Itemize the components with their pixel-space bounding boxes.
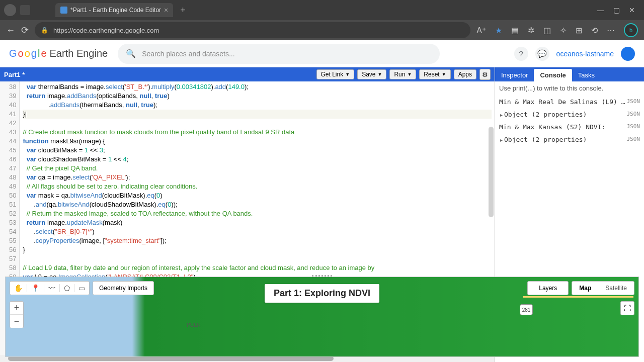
- browser-tab[interactable]: *Part1 - Earth Engine Code Editor ×: [55, 3, 173, 17]
- shopping-icon[interactable]: ▤: [511, 26, 519, 35]
- reset-button[interactable]: Reset▼: [419, 69, 450, 79]
- search-icon: 🔍: [126, 49, 136, 58]
- zoom-control: + −: [10, 301, 24, 328]
- console-object[interactable]: ▸Object (2 properties): [500, 136, 587, 143]
- search-placeholder: Search places and datasets...: [142, 50, 234, 58]
- tab-inspector[interactable]: Inspector: [495, 69, 534, 81]
- rectangle-tool-icon[interactable]: ▭: [74, 284, 89, 292]
- console-entry: Min & Max Kansas (S2) NDVI:JSON: [499, 123, 640, 131]
- tab-close-icon[interactable]: ×: [164, 6, 168, 14]
- favicon-icon: [60, 7, 67, 14]
- apps-button[interactable]: Apps: [454, 69, 476, 79]
- refresh-icon[interactable]: ⟳: [21, 25, 29, 36]
- tab-console[interactable]: Console: [534, 69, 572, 81]
- right-panel-tabs: Inspector Console Tasks: [495, 67, 644, 81]
- browser-address-bar: ← ⟳ 🔒 https://code.earthengine.google.co…: [0, 20, 644, 40]
- vertical-scrollbar[interactable]: [489, 127, 494, 217]
- polygon-tool-icon[interactable]: ⬠: [60, 284, 74, 292]
- tab-title: *Part1 - Earth Engine Code Editor: [70, 7, 161, 14]
- json-link[interactable]: JSON: [627, 123, 640, 131]
- avatar[interactable]: [621, 47, 635, 61]
- point-tool-icon[interactable]: 📍: [27, 284, 44, 292]
- draw-tools: ✋ 📍 〰 ⬠ ▭: [10, 281, 90, 295]
- workspaces-icon[interactable]: [20, 5, 30, 15]
- split-icon[interactable]: ◫: [543, 26, 551, 35]
- feedback-icon[interactable]: 💬: [535, 47, 549, 61]
- panel-splitter[interactable]: [312, 275, 332, 278]
- maximize-icon[interactable]: ▢: [613, 6, 620, 14]
- get-link-button[interactable]: Get Link▼: [316, 69, 355, 79]
- back-icon[interactable]: ←: [6, 25, 15, 36]
- gear-icon[interactable]: ⚙: [479, 69, 491, 80]
- script-name: Part1 *: [4, 71, 25, 78]
- tab-tasks[interactable]: Tasks: [572, 69, 601, 81]
- map-road: [523, 296, 633, 298]
- map-type-map[interactable]: Map: [572, 282, 598, 295]
- logo[interactable]: Google Earth Engine: [9, 48, 108, 59]
- layers-button[interactable]: Layers: [527, 281, 569, 295]
- bing-icon[interactable]: b: [624, 23, 638, 37]
- favorite-icon[interactable]: ★: [495, 26, 502, 35]
- zoom-out-button[interactable]: −: [10, 315, 23, 328]
- app-header: Google Earth Engine 🔍 Search places and …: [0, 40, 644, 67]
- json-link[interactable]: JSON: [627, 136, 640, 143]
- help-icon[interactable]: ?: [514, 47, 528, 61]
- collections-icon[interactable]: ⊞: [576, 26, 582, 35]
- map-place-label: PUER: [187, 322, 201, 328]
- url-input[interactable]: 🔒 https://code.earthengine.google.com: [35, 22, 470, 38]
- map[interactable]: ✋ 📍 〰 ⬠ ▭ Geometry Imports Part 1: Explo…: [5, 277, 639, 357]
- more-icon[interactable]: ⋯: [607, 26, 615, 35]
- extensions-icon[interactable]: ✲: [528, 26, 534, 35]
- search-input[interactable]: 🔍 Search places and datasets...: [118, 44, 440, 64]
- save-button[interactable]: Save▼: [357, 69, 386, 79]
- console-hint: Use print(...) to write to this console.: [499, 84, 640, 92]
- pan-tool-icon[interactable]: ✋: [10, 284, 27, 292]
- sync-icon[interactable]: ⟲: [591, 26, 598, 35]
- fullscreen-button[interactable]: ⛶: [620, 301, 634, 315]
- favorites-list-icon[interactable]: ✧: [560, 26, 567, 35]
- map-title: Part 1: Exploring NDVI: [265, 284, 379, 303]
- reader-icon[interactable]: A⁺: [476, 26, 486, 35]
- zoom-in-button[interactable]: +: [10, 302, 23, 315]
- line-tool-icon[interactable]: 〰: [44, 284, 60, 292]
- map-type-satellite[interactable]: Satellite: [598, 282, 634, 295]
- json-link[interactable]: JSON: [627, 111, 640, 118]
- geometry-imports-button[interactable]: Geometry Imports: [93, 281, 154, 295]
- run-button[interactable]: Run▼: [389, 69, 416, 79]
- json-link[interactable]: JSON: [627, 98, 640, 106]
- close-window-icon[interactable]: ✕: [629, 6, 635, 14]
- browser-profile-icon[interactable]: [4, 4, 16, 16]
- lock-icon: 🔒: [41, 27, 48, 34]
- browser-tab-bar: *Part1 - Earth Engine Code Editor × + — …: [0, 0, 644, 20]
- new-tab-button[interactable]: +: [180, 5, 186, 16]
- console-entry: Min & Max Real De Salinas (L9) …JSON: [499, 98, 640, 106]
- console-object[interactable]: ▸Object (2 properties): [500, 111, 587, 118]
- editor-toolbar: Part1 * Get Link▼ Save▼ Run▼ Reset▼ Apps…: [0, 67, 495, 81]
- map-type-toggle: Map Satellite: [572, 281, 634, 295]
- highway-shield: 281: [520, 304, 533, 315]
- url-text: https://code.earthengine.google.com: [53, 27, 159, 34]
- minimize-icon[interactable]: —: [597, 6, 604, 14]
- username[interactable]: oceanos-lastname: [556, 50, 614, 58]
